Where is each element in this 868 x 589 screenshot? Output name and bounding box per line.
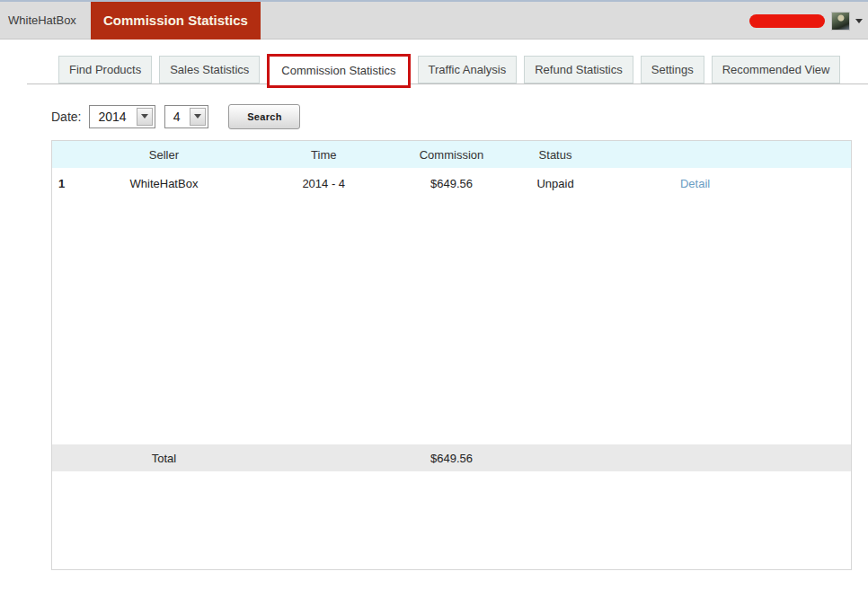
total-row: Total $649.56 xyxy=(52,444,851,471)
topbar: WhiteHatBox Commission Statistics xyxy=(0,2,868,40)
page-title: Commission Statistics xyxy=(91,2,261,40)
date-label: Date: xyxy=(51,110,81,124)
brand: WhiteHatBox xyxy=(8,2,76,40)
user-area[interactable] xyxy=(749,2,863,40)
cell-status: Unpaid xyxy=(495,177,615,190)
table-row: 1 WhiteHatBox 2014 - 4 $649.56 Unpaid De… xyxy=(52,168,851,198)
table-header-row: Seller Time Commission Status xyxy=(52,141,851,168)
tab-traffic-analysis[interactable]: Traffic Analysis xyxy=(418,56,518,84)
tab-commission-statistics[interactable]: Commission Statistics xyxy=(267,54,410,88)
commission-table-panel: Seller Time Commission Status 1 WhiteHat… xyxy=(51,140,852,570)
search-button[interactable]: Search xyxy=(228,104,300,129)
year-select-dropdown-button[interactable] xyxy=(137,108,153,126)
total-commission: $649.56 xyxy=(408,452,496,465)
chevron-down-icon xyxy=(141,114,148,119)
cell-time: 2014 - 4 xyxy=(240,177,408,190)
tab-sales-statistics[interactable]: Sales Statistics xyxy=(159,56,260,84)
tab-bar: Find Products Sales Statistics Commissio… xyxy=(58,56,847,88)
month-select[interactable]: 4 xyxy=(164,105,209,128)
tab-refund-statistics[interactable]: Refund Statistics xyxy=(524,56,633,84)
tab-settings[interactable]: Settings xyxy=(641,56,704,84)
month-select-dropdown-button[interactable] xyxy=(190,108,206,126)
detail-link[interactable]: Detail xyxy=(680,177,710,190)
month-value: 4 xyxy=(165,110,189,124)
avatar[interactable] xyxy=(831,12,850,31)
year-select[interactable]: 2014 xyxy=(89,105,155,128)
tab-find-products[interactable]: Find Products xyxy=(58,56,152,84)
date-filter: Date: 2014 4 Search xyxy=(51,103,300,129)
tab-recommended-view[interactable]: Recommended View xyxy=(712,56,841,84)
chevron-down-icon[interactable] xyxy=(855,19,863,23)
username-redaction xyxy=(749,14,825,28)
year-value: 2014 xyxy=(90,110,134,124)
header-time: Time xyxy=(240,148,408,162)
chevron-down-icon xyxy=(194,114,201,119)
header-status: Status xyxy=(495,148,615,162)
total-label: Total xyxy=(88,452,240,465)
header-seller: Seller xyxy=(88,148,240,162)
cell-row-number: 1 xyxy=(52,177,88,190)
cell-seller: WhiteHatBox xyxy=(88,177,240,190)
cell-commission: $649.56 xyxy=(408,177,496,190)
header-commission: Commission xyxy=(408,148,496,162)
